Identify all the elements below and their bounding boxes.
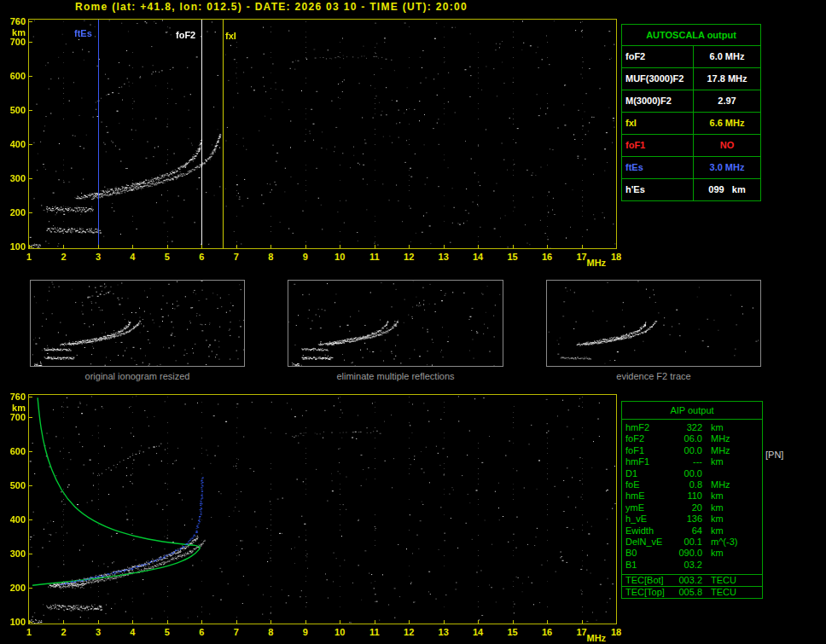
- fxi-marker-label: fxI: [225, 31, 236, 41]
- aip-tec-unit: TECU: [711, 587, 736, 598]
- x-tick-label: 10: [329, 252, 351, 262]
- y-tick-label: 100: [3, 617, 26, 627]
- aip-row-label: foF2: [625, 433, 673, 444]
- aip-row-label: B1: [625, 560, 673, 571]
- aip-row-value: 03.2: [673, 560, 702, 571]
- x-tick-label: 15: [502, 627, 524, 637]
- aip-tec-label: TEC[Bot]: [625, 575, 673, 586]
- autoscala-row-value: 3.0 MHz: [694, 157, 760, 178]
- fof2-marker-label: foF2: [176, 30, 195, 40]
- y-tick-label: 700: [3, 37, 26, 47]
- x-tick-label: 2: [52, 252, 74, 262]
- thumbnail-f2-trace: evidence F2 trace: [546, 280, 761, 381]
- aip-row-hmE: hmE110km: [622, 490, 762, 502]
- autoscala-row-label: fxI: [622, 113, 694, 134]
- y-tick-label: 300: [3, 548, 26, 559]
- y-tick-label: 300: [3, 173, 26, 183]
- aip-tec-label: TEC[Top]: [625, 587, 673, 598]
- autoscala-row-value: 6.0 MHz: [694, 46, 760, 67]
- aip-row-ymE: ymE20km: [622, 502, 762, 513]
- aip-row-hmF2: hmF2322km: [622, 422, 762, 433]
- autoscala-row-label: h'Es: [622, 179, 694, 200]
- profile-ionogram-plot: 760700600500400300200100km12345678910111…: [28, 394, 617, 624]
- aip-row-value: 20: [673, 502, 702, 513]
- x-tick-label: 18: [605, 627, 627, 637]
- aip-row-label: ymE: [625, 502, 673, 513]
- aip-row-unit: km: [711, 422, 724, 433]
- x-tick-label: 3: [87, 252, 109, 262]
- aip-tec-value: 003.2: [673, 575, 702, 586]
- aip-tec-row-TECBot: TEC[Bot]003.2TECU: [622, 574, 762, 586]
- thumbnail-f2-canvas: [546, 280, 761, 367]
- y-tick-label: 600: [3, 71, 26, 81]
- ftes-marker-label: ftEs: [74, 28, 92, 38]
- aip-row-unit: km: [711, 502, 724, 513]
- aip-row-label: foE: [625, 479, 673, 490]
- aip-table: hmF2322kmfoF206.0MHzfoF100.0MHzhmF1---km…: [622, 420, 762, 574]
- autoscala-table: foF26.0 MHzMUF(3000)F217.8 MHzM(3000)F22…: [622, 46, 760, 200]
- pn-note: [PN]: [765, 450, 783, 460]
- aip-tec-value: 005.8: [673, 587, 702, 598]
- y-tick-label: 500: [3, 480, 26, 490]
- thumbnail-caption: evidence F2 trace: [546, 371, 761, 381]
- autoscala-row-fxI: fxI6.6 MHz: [622, 113, 760, 135]
- aip-row-label: hmF1: [625, 456, 673, 467]
- autoscala-row-label: foF2: [622, 46, 694, 67]
- aip-row-label: D1: [625, 468, 673, 479]
- x-tick-label: 2: [52, 627, 74, 637]
- page-title: Rome (lat: +41.8, lon: 012.5) - DATE: 20…: [75, 1, 468, 13]
- aip-row-hmF1: hmF1---km: [622, 456, 762, 467]
- y-tick-label: 700: [3, 412, 26, 422]
- x-tick-label: 8: [259, 627, 282, 637]
- aip-row-value: 00.0: [673, 445, 702, 456]
- y-axis-unit-label: km: [3, 403, 26, 413]
- autoscala-row-M3000F2: M(3000)F22.97: [622, 90, 760, 113]
- x-tick-label: 14: [467, 627, 489, 637]
- aip-row-B1: B103.2: [622, 560, 762, 571]
- aip-row-unit: km: [711, 490, 724, 502]
- aip-row-label: Ewidth: [625, 525, 673, 537]
- x-tick-label: 6: [190, 627, 212, 637]
- aip-row-h_vE: h_vE136km: [622, 513, 762, 525]
- x-tick-label: 18: [605, 252, 627, 262]
- autoscala-row-value: NO: [694, 135, 760, 156]
- x-tick-label: 5: [156, 252, 178, 262]
- y-tick-label: 760: [3, 16, 26, 26]
- x-tick-label: 11: [364, 252, 386, 262]
- aip-row-value: 0.8: [673, 479, 702, 490]
- y-tick-label: 100: [3, 241, 26, 252]
- aip-row-unit: km: [711, 456, 724, 467]
- autoscala-row-hEs: h'Es099 km: [622, 179, 760, 200]
- thumbnail-eliminate-reflections: eliminate multiple reflections: [288, 280, 503, 381]
- autoscala-row-value: 6.6 MHz: [694, 113, 760, 134]
- aip-row-B0: B0090.0km: [622, 548, 762, 559]
- aip-row-value: ---: [673, 456, 702, 467]
- autoscala-row-label: ftEs: [622, 157, 694, 178]
- x-tick-label: 7: [225, 627, 247, 637]
- x-axis-unit-label: MHz: [587, 258, 607, 268]
- thumbnail-original-ionogram: original ionogram resized: [30, 280, 245, 381]
- aip-row-unit: km: [711, 513, 724, 525]
- autoscala-row-label: foF1: [622, 135, 694, 156]
- thumbnail-caption: eliminate multiple reflections: [288, 371, 503, 381]
- aip-row-value: 06.0: [673, 433, 702, 444]
- x-tick-label: 9: [294, 252, 317, 262]
- y-tick-label: 760: [3, 392, 26, 402]
- y-axis-unit-label: km: [3, 27, 26, 38]
- x-tick-label: 4: [121, 627, 143, 637]
- aip-tec-unit: TECU: [711, 575, 736, 586]
- aip-row-value: 090.0: [673, 548, 702, 559]
- profile-ionogram-canvas: [29, 395, 616, 624]
- y-tick-label: 600: [3, 446, 26, 456]
- x-tick-label: 14: [467, 252, 489, 262]
- x-tick-label: 12: [398, 627, 420, 637]
- aip-tec-row-TECTop: TEC[Top]005.8TECU: [622, 586, 762, 598]
- y-tick-label: 200: [3, 583, 26, 593]
- aip-row-value: 136: [673, 513, 702, 525]
- aip-row-Ewidth: Ewidth64km: [622, 525, 762, 537]
- x-tick-label: 1: [18, 627, 40, 637]
- thumbnail-original-canvas: [30, 280, 245, 367]
- x-tick-label: 12: [398, 252, 420, 262]
- autoscala-window: Rome (lat: +41.8, lon: 012.5) - DATE: 20…: [0, 0, 826, 644]
- scaled-ionogram-plot: ftEs foF2 fxI 760700600500400300200100km…: [28, 19, 617, 249]
